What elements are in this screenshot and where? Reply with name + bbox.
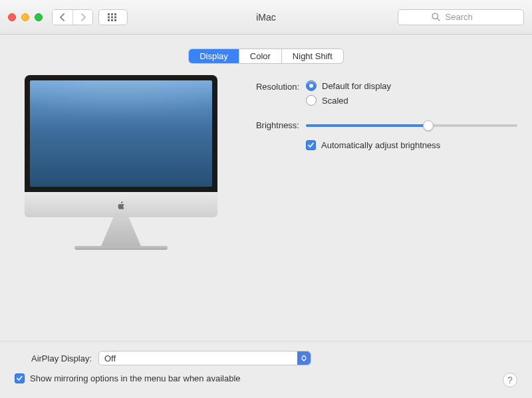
- tab-color[interactable]: Color: [239, 49, 281, 63]
- help-button[interactable]: ?: [503, 373, 517, 387]
- svg-rect-8: [114, 19, 116, 21]
- tab-bar: Display Color Night Shift: [189, 49, 343, 63]
- display-settings: Resolution: Default for display Scaled: [245, 75, 517, 250]
- auto-brightness-label: Automatically adjust brightness: [321, 140, 440, 150]
- resolution-default-label: Default for display: [322, 81, 391, 91]
- help-icon: ?: [507, 375, 513, 385]
- nav-group: [52, 9, 93, 25]
- imac-illustration: [25, 75, 217, 250]
- svg-rect-0: [108, 13, 110, 15]
- resolution-scaled-radio[interactable]: Scaled: [306, 95, 517, 106]
- show-all-button[interactable]: [98, 9, 128, 25]
- radio-icon: [306, 95, 317, 106]
- chevron-right-icon: [80, 13, 86, 21]
- tab-night-shift[interactable]: Night Shift: [281, 49, 343, 63]
- checkbox-icon: [15, 373, 25, 383]
- select-stepper-icon: [297, 351, 311, 365]
- mirroring-label: Show mirroring options in the menu bar w…: [30, 373, 241, 383]
- airplay-label: AirPlay Display:: [15, 353, 92, 363]
- airplay-select[interactable]: Off: [98, 351, 311, 365]
- radio-icon: [306, 80, 317, 91]
- toolbar: iMac: [0, 0, 532, 35]
- search-field[interactable]: [398, 9, 524, 25]
- svg-rect-5: [114, 16, 116, 18]
- search-input[interactable]: [444, 11, 491, 23]
- minimize-window-button[interactable]: [21, 13, 29, 21]
- svg-line-10: [437, 19, 440, 21]
- footer: AirPlay Display: Off Show mirroring opti…: [0, 341, 532, 398]
- content-pane: Display Color Night Shift: [0, 35, 532, 341]
- svg-rect-2: [114, 13, 116, 15]
- apple-logo-icon: [116, 201, 126, 211]
- svg-rect-6: [108, 19, 110, 21]
- preferences-window: iMac Display Color Night Shift: [0, 0, 532, 398]
- window-controls: [8, 13, 43, 21]
- display-preview: [15, 75, 227, 250]
- resolution-scaled-label: Scaled: [322, 96, 348, 106]
- checkbox-icon: [306, 140, 316, 150]
- brightness-label: Brightness:: [245, 119, 306, 130]
- display-panel: Resolution: Default for display Scaled: [15, 75, 517, 250]
- brightness-row: Brightness: Automatically adjust brightn…: [245, 119, 517, 154]
- svg-rect-1: [111, 13, 113, 15]
- back-button[interactable]: [53, 10, 72, 25]
- close-window-button[interactable]: [8, 13, 16, 21]
- svg-point-9: [432, 13, 438, 19]
- grid-icon: [108, 13, 118, 21]
- resolution-default-radio[interactable]: Default for display: [306, 80, 517, 91]
- tab-display[interactable]: Display: [189, 49, 239, 63]
- fullscreen-window-button[interactable]: [35, 13, 43, 21]
- svg-rect-7: [111, 19, 113, 21]
- forward-button[interactable]: [72, 10, 92, 25]
- brightness-slider[interactable]: [306, 119, 517, 132]
- mirroring-checkbox[interactable]: Show mirroring options in the menu bar w…: [15, 373, 517, 383]
- svg-rect-4: [111, 16, 113, 18]
- resolution-label: Resolution:: [245, 80, 306, 92]
- chevron-left-icon: [59, 13, 66, 21]
- airplay-value: Off: [104, 353, 116, 363]
- resolution-row: Resolution: Default for display Scaled: [245, 80, 517, 110]
- airplay-row: AirPlay Display: Off: [15, 351, 517, 365]
- search-icon: [432, 13, 440, 21]
- auto-brightness-checkbox[interactable]: Automatically adjust brightness: [306, 140, 517, 150]
- svg-rect-3: [108, 16, 110, 18]
